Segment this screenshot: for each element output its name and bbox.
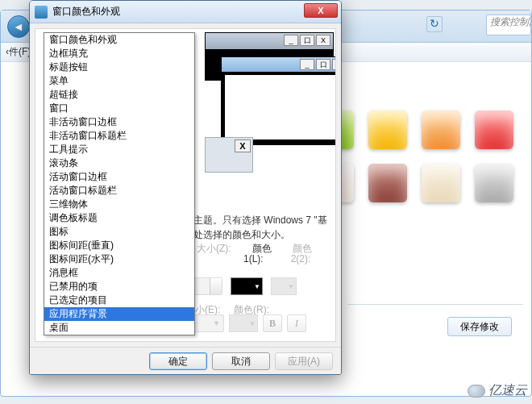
close-icon: X [332, 59, 336, 70]
divider [347, 304, 523, 305]
chevron-down-icon: ▼ [249, 320, 256, 327]
dropdown-item[interactable]: 超链接 [44, 88, 194, 102]
bold-button: B [263, 314, 282, 332]
dropdown-item[interactable]: 图标间距(垂直) [44, 239, 194, 252]
size-label: 大小(Z): [197, 242, 231, 256]
dropdown-item[interactable]: 标题按钮 [44, 60, 194, 74]
save-changes-button[interactable]: 保存修改 [447, 317, 512, 336]
dropdown-item[interactable]: 活动窗口标题栏 [44, 184, 194, 198]
close-icon: X [235, 140, 251, 152]
dropdown-item[interactable]: 滚动条 [44, 156, 194, 170]
watermark-logo-icon [468, 385, 485, 398]
chevron-down-icon: ▼ [213, 319, 220, 327]
dropdown-item[interactable]: 应用程序背景 [44, 307, 194, 321]
italic-button: I [287, 314, 306, 332]
color-swatch-orange[interactable] [422, 110, 460, 149]
dropdown-item[interactable]: 图标 [44, 225, 194, 239]
color2-label: 2(2): [291, 253, 311, 264]
color-swatch-yellow[interactable] [368, 110, 407, 149]
dropdown-item[interactable]: 消息框 [44, 266, 194, 280]
dropdown-item[interactable]: 已选定的项目 [44, 294, 194, 307]
color-swatch-gray[interactable] [475, 164, 513, 202]
menu-file[interactable]: ‹件(F) [6, 46, 31, 57]
cancel-button[interactable]: 取消 [212, 352, 270, 370]
window-color-dialog: 窗口颜色和外观 X _ 口 X _ 口 X X [29, 0, 342, 375]
watermark-text: 亿速云 [488, 382, 527, 399]
dropdown-item[interactable]: 调色板标题 [44, 211, 194, 225]
dialog-footer: 确定 取消 应用(A) [30, 347, 341, 374]
dropdown-item[interactable]: 菜单 [44, 74, 194, 88]
color1-label: 1(L): [243, 253, 264, 264]
header-right: ↻ [426, 16, 483, 32]
dropdown-item[interactable]: 窗口 [44, 102, 194, 115]
color-swatch-grid [315, 110, 513, 202]
minimize-icon: _ [300, 59, 314, 70]
color-swatch-tan[interactable] [422, 164, 460, 202]
dropdown-item[interactable]: 桌面 [44, 321, 194, 335]
chevron-down-icon: ▼ [254, 283, 260, 290]
color-swatch-brown[interactable] [368, 164, 407, 202]
dropdown-item[interactable]: 边框填充 [44, 47, 194, 60]
dropdown-item[interactable]: 非活动窗口标题栏 [44, 129, 194, 143]
dropdown-item[interactable]: 活动窗口边框 [44, 170, 194, 184]
dropdown-item[interactable]: 非活动窗口边框 [44, 115, 194, 129]
dropdown-item[interactable]: 窗口颜色和外观 [44, 33, 194, 47]
dropdown-item[interactable]: 已禁用的项 [44, 280, 194, 294]
maximize-icon: 口 [300, 35, 314, 46]
refresh-button[interactable]: ↻ [426, 16, 443, 32]
search-box[interactable]: 搜索控制面 [486, 15, 531, 35]
chevron-down-icon: ▼ [288, 283, 294, 290]
preview-client-area [225, 75, 336, 140]
helper-text: 主题。只有选择 Windows 7 "基 处选择的颜色和大小。 [193, 213, 336, 242]
dropdown-item[interactable]: 工具提示 [44, 143, 194, 156]
apply-button: 应用(A) [275, 352, 333, 370]
watermark: 亿速云 [468, 382, 527, 399]
color-swatch-red[interactable] [475, 110, 513, 149]
ok-button[interactable]: 确定 [149, 352, 207, 370]
font-color-picker: ▼ [229, 314, 258, 332]
color-sub-row: 1(L): 2(2): [243, 253, 336, 264]
minimize-icon: _ [284, 35, 298, 46]
dropdown-item[interactable]: 三维物体 [44, 198, 194, 211]
color1-picker[interactable]: ▼ [231, 277, 263, 295]
dialog-title-text: 窗口颜色和外观 [52, 5, 120, 19]
dialog-body: _ 口 X _ 口 X X 主题。只有选择 Windows 7 "基 处选择的颜… [35, 28, 336, 342]
close-icon: X [316, 35, 330, 46]
dialog-close-button[interactable]: X [304, 3, 338, 18]
preview-message-box: X [205, 137, 253, 173]
maximize-icon: 口 [316, 59, 330, 70]
item-dropdown-list[interactable]: 窗口颜色和外观边框填充标题按钮菜单超链接窗口非活动窗口边框非活动窗口标题栏工具提… [44, 32, 195, 335]
preview-active-window: _ 口 X [221, 56, 336, 145]
dialog-icon [35, 6, 48, 19]
color2-picker: ▼ [271, 277, 297, 295]
dialog-titlebar[interactable]: 窗口颜色和外观 X [30, 1, 341, 23]
dropdown-item[interactable]: 图标间距(水平) [44, 252, 194, 266]
nav-back-button[interactable]: ◄ [7, 15, 30, 38]
